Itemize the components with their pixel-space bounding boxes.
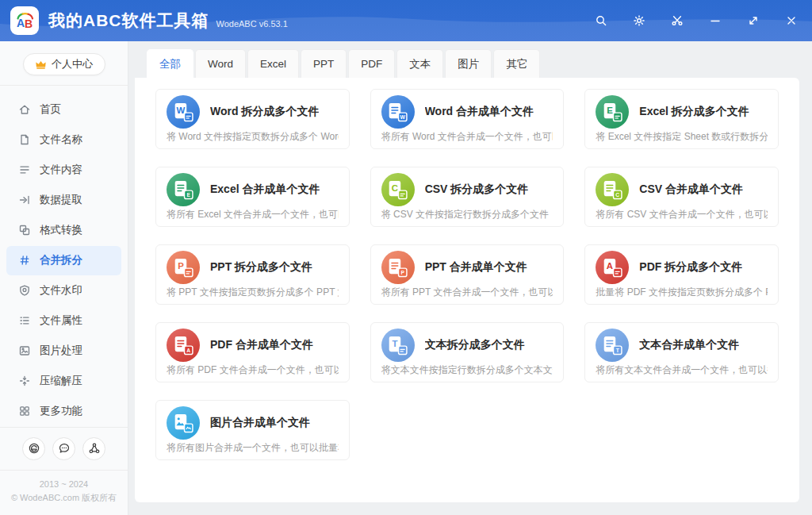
tool-card[interactable]: APDF 拆分成多个文件批量将 PDF 文件按指定页数拆分成多个 PDF 文件 [584,244,779,305]
tool-card[interactable]: WWord 拆分成多个文件将 Word 文件按指定页数拆分成多个 Word 文件 [155,89,350,149]
image-process-icon [18,344,31,357]
sidebar-item-home[interactable]: 首页 [6,95,121,125]
app-body: 个人中心 首页文件名称文件内容数据提取格式转换合并拆分文件水印文件属性图片处理压… [0,41,812,515]
sidebar-item-label: 文件内容 [40,163,82,177]
personal-center-button[interactable]: 个人中心 [23,53,105,75]
sidebar-item-more[interactable]: 更多功能 [6,397,121,426]
card-description: 将 PPT 文件按指定页数拆分成多个 PPT 文件 [167,286,339,299]
tab-excel[interactable]: Excel [247,49,299,78]
crown-icon [35,59,47,70]
tab-图片[interactable]: 图片 [445,49,492,78]
card-title: Excel 合并成单个文件 [210,183,320,197]
gear-icon[interactable] [628,10,650,32]
tool-card[interactable]: EExcel 拆分成多个文件将 Excel 文件按指定 Sheet 数或行数拆分… [584,89,779,149]
card-header: T文本拆分成多个文件 [381,329,553,362]
tool-doc-icon: E [167,173,200,206]
tool-doc-icon: T [596,329,629,362]
card-title: CSV 合并成单个文件 [639,183,743,197]
svg-text:E: E [607,106,613,115]
tool-card[interactable]: PPPT 合并成单个文件将所有 PPT 文件合并成一个文件，也可以批量将多 [370,244,565,305]
card-description: 将 Word 文件按指定页数拆分成多个 Word 文件 [167,130,339,144]
card-description: 将所有文本文件合并成一个文件，也可以批量将多个 [596,363,768,377]
card-title: 图片合并成单个文件 [210,416,310,430]
svg-text:A: A [17,17,25,29]
tab-其它[interactable]: 其它 [493,49,540,78]
tool-card[interactable]: T文本合并成单个文件将所有文本文件合并成一个文件，也可以批量将多个 [584,322,779,382]
app-title: 我的ABC软件工具箱 [48,10,209,32]
sidebar-item-watermark[interactable]: 文件水印 [6,276,121,306]
home-icon [18,103,31,116]
category-tabs: 全部WordExcelPPTPDF文本图片其它 [147,49,799,78]
sidebar-item-label: 图片处理 [40,344,82,358]
sidebar-item-merge-split[interactable]: 合并拆分 [6,246,121,275]
copyright-years: 2013 ~ 2024 [0,478,128,491]
data-extract-icon [18,194,31,206]
tool-card[interactable]: T文本拆分成多个文件将文本文件按指定行数拆分成多个文本文件 [370,322,565,382]
tool-card[interactable]: 图片合并成单个文件将所有图片合并成一个文件，也可以批量将多个文件 [155,400,350,460]
scissors-icon[interactable] [666,10,688,32]
sidebar-item-image-process[interactable]: 图片处理 [6,336,121,366]
sidebar-item-label: 文件名称 [40,133,82,147]
card-description: 批量将 PDF 文件按指定页数拆分成多个 PDF 文件 [596,286,768,299]
sidebar: 个人中心 首页文件名称文件内容数据提取格式转换合并拆分文件水印文件属性图片处理压… [0,41,128,515]
window-controls [590,10,802,32]
svg-text:C: C [392,183,398,193]
card-header: PPPT 合并成单个文件 [381,251,553,284]
sidebar-item-format-convert[interactable]: 格式转换 [6,216,121,245]
card-header: CCSV 合并成单个文件 [596,173,768,206]
quick-link-chat-icon[interactable] [52,437,75,460]
sidebar-quick-links [0,428,128,470]
card-header: 图片合并成单个文件 [167,406,339,440]
card-title: PDF 拆分成多个文件 [639,260,742,275]
sidebar-menu: 首页文件名称文件内容数据提取格式转换合并拆分文件水印文件属性图片处理压缩解压更多… [0,86,128,427]
browser-icon [28,442,40,455]
tab-ppt[interactable]: PPT [301,49,347,78]
minimize-icon[interactable] [704,10,726,32]
watermark-icon [18,284,31,297]
copyright-owner: © WodeABC.com 版权所有 [0,491,128,505]
svg-text:W: W [400,114,406,120]
card-header: T文本合并成单个文件 [596,329,768,362]
compress-icon [18,375,31,387]
tool-doc-icon: W [167,95,200,129]
tool-card[interactable]: EExcel 合并成单个文件将所有 Excel 文件合并成一个文件，也可以批量将… [155,167,350,227]
tab-all[interactable]: 全部 [147,49,193,78]
sidebar-item-file-content[interactable]: 文件内容 [6,156,121,185]
tab-pdf[interactable]: PDF [348,49,395,78]
tool-doc-icon: E [596,95,629,129]
close-icon[interactable] [780,10,802,32]
card-description: 将所有 CSV 文件合并成一个文件，也可以批量将多 [596,208,768,221]
tool-card[interactable]: PPPT 拆分成多个文件将 PPT 文件按指定页数拆分成多个 PPT 文件 [155,244,350,305]
file-content-icon [18,163,31,176]
quick-link-share-icon[interactable] [82,437,105,460]
sidebar-item-file-attr[interactable]: 文件属性 [6,306,121,336]
sidebar-item-label: 合并拆分 [40,253,82,267]
card-header: APDF 合并成单个文件 [167,329,339,362]
tool-card[interactable]: APDF 合并成单个文件将所有 PDF 文件合并成一个文件，也可以批量将多 [155,322,350,382]
sidebar-item-data-extract[interactable]: 数据提取 [6,186,121,215]
sidebar-item-file-name[interactable]: 文件名称 [6,125,121,155]
card-title: PPT 合并成单个文件 [425,260,527,275]
card-description: 将所有 PDF 文件合并成一个文件，也可以批量将多 [167,363,339,377]
card-header: APDF 拆分成多个文件 [596,251,768,284]
sidebar-item-compress[interactable]: 压缩解压 [6,367,121,396]
card-description: 将 Excel 文件按指定 Sheet 数或行数拆分成多个 Exc [596,130,768,144]
tool-card[interactable]: CCSV 合并成单个文件将所有 CSV 文件合并成一个文件，也可以批量将多 [584,167,779,227]
tool-doc-icon: P [167,251,200,284]
tool-card[interactable]: CCSV 拆分成多个文件将 CSV 文件按指定行数拆分成多个文件 [370,167,565,227]
card-title: 文本拆分成多个文件 [425,338,525,352]
tool-doc-icon [167,406,200,440]
search-icon[interactable] [590,10,612,32]
tab-word[interactable]: Word [195,49,246,78]
chat-icon [58,442,71,455]
quick-link-browser-icon[interactable] [22,437,45,460]
tool-doc-icon: A [167,329,200,362]
tool-card[interactable]: WWord 合并成单个文件将所有 Word 文件合并成一个文件，也可以批量将多 [370,89,565,149]
svg-text:E: E [186,192,190,198]
share-icon [88,442,101,455]
resize-icon[interactable] [742,10,764,32]
card-header: WWord 拆分成多个文件 [167,95,339,129]
svg-text:P: P [178,261,184,271]
tab-文本[interactable]: 文本 [396,49,443,78]
format-convert-icon [18,224,31,236]
